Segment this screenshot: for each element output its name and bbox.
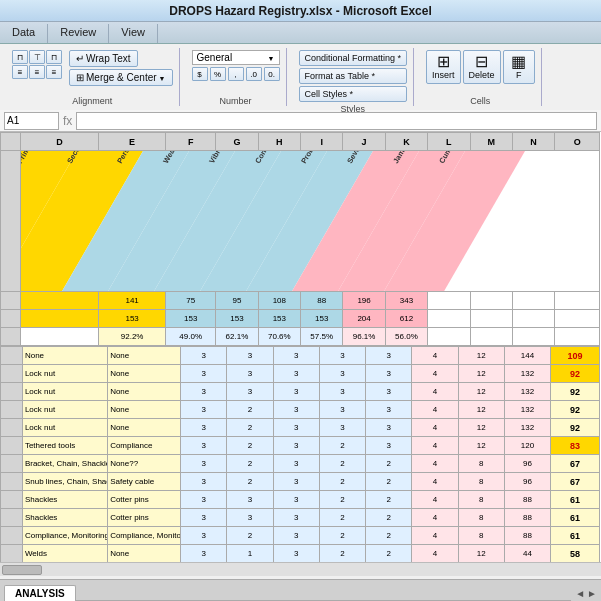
num-cell[interactable]: 2 — [319, 473, 365, 491]
num-cell[interactable]: 3 — [366, 419, 412, 437]
num-cell[interactable]: 2 — [227, 401, 273, 419]
stats2-val-5[interactable]: 204 — [343, 310, 385, 328]
num-cell[interactable]: 2 — [227, 455, 273, 473]
secondary-cell[interactable]: None — [108, 365, 181, 383]
severity-cell[interactable]: 12 — [458, 545, 504, 563]
num-cell[interactable]: 3 — [366, 401, 412, 419]
num-cell[interactable]: 2 — [227, 473, 273, 491]
num-cell[interactable]: 2 — [227, 527, 273, 545]
stats-val-75[interactable]: 75 — [166, 292, 216, 310]
pct-6[interactable]: 56.0% — [385, 328, 427, 346]
num-cell[interactable]: 3 — [227, 383, 273, 401]
number-format-arrow[interactable] — [268, 52, 275, 63]
severity-cell[interactable]: 8 — [458, 455, 504, 473]
num-cell[interactable]: 3 — [273, 455, 319, 473]
name-box[interactable] — [4, 112, 59, 130]
num-cell[interactable]: 2 — [366, 473, 412, 491]
indexed-cell[interactable]: 61 — [551, 527, 600, 545]
secondary-cell[interactable]: Cotter pins — [108, 509, 181, 527]
secondary-cell[interactable]: None — [108, 383, 181, 401]
cumulative-cell[interactable]: 132 — [504, 419, 550, 437]
severity-cell[interactable]: 4 — [412, 473, 458, 491]
num-cell[interactable]: 2 — [319, 437, 365, 455]
num-cell[interactable]: 3 — [273, 437, 319, 455]
primary-cell[interactable]: Lock nut — [22, 401, 107, 419]
increase-decimal-btn[interactable]: .0 — [246, 67, 262, 81]
num-cell[interactable]: 3 — [227, 491, 273, 509]
secondary-cell[interactable]: None — [108, 401, 181, 419]
severity-cell[interactable]: 8 — [458, 491, 504, 509]
indexed-cell[interactable]: 92 — [551, 383, 600, 401]
num-cell[interactable]: 3 — [273, 401, 319, 419]
num-cell[interactable]: 3 — [273, 509, 319, 527]
indexed-cell[interactable]: 109 — [551, 347, 600, 365]
severity-cell[interactable]: 4 — [412, 419, 458, 437]
stats-val-141[interactable]: 141 — [99, 292, 166, 310]
num-cell[interactable]: 2 — [319, 527, 365, 545]
severity-cell[interactable]: 4 — [412, 437, 458, 455]
num-cell[interactable]: 2 — [227, 419, 273, 437]
pct-3[interactable]: 70.6% — [258, 328, 300, 346]
secondary-cell[interactable]: Compliance — [108, 437, 181, 455]
align-middle-right-btn[interactable]: ≡ — [46, 65, 62, 79]
severity-cell[interactable]: 12 — [458, 383, 504, 401]
cumulative-cell[interactable]: 88 — [504, 509, 550, 527]
indexed-cell[interactable]: 83 — [551, 437, 600, 455]
tab-review[interactable]: Review — [48, 24, 109, 43]
delete-btn[interactable]: ⊟ Delete — [463, 50, 501, 84]
primary-cell[interactable]: Shackles — [22, 509, 107, 527]
merge-center-btn[interactable]: ⊞ Merge & Center — [69, 69, 173, 86]
num-cell[interactable]: 2 — [319, 545, 365, 563]
number-format-selector[interactable]: General — [192, 50, 280, 65]
cumulative-cell[interactable]: 88 — [504, 491, 550, 509]
num-cell[interactable]: 3 — [366, 437, 412, 455]
num-cell[interactable]: 3 — [181, 491, 227, 509]
num-cell[interactable]: 3 — [273, 419, 319, 437]
indexed-cell[interactable]: 67 — [551, 473, 600, 491]
num-cell[interactable]: 3 — [366, 347, 412, 365]
pct-0[interactable]: 92.2% — [99, 328, 166, 346]
severity-cell[interactable]: 4 — [412, 545, 458, 563]
align-top-right-btn[interactable]: ⊓ — [46, 50, 62, 64]
stats2-val-1[interactable]: 153 — [166, 310, 216, 328]
num-cell[interactable]: 3 — [181, 383, 227, 401]
num-cell[interactable]: 3 — [273, 545, 319, 563]
num-cell[interactable]: 2 — [366, 455, 412, 473]
indexed-cell[interactable]: 92 — [551, 401, 600, 419]
cumulative-cell[interactable]: 44 — [504, 545, 550, 563]
cumulative-cell[interactable]: 96 — [504, 455, 550, 473]
stats2-val-2[interactable]: 153 — [216, 310, 258, 328]
secondary-cell[interactable]: Compliance, Monitoring — [108, 527, 181, 545]
num-cell[interactable]: 2 — [366, 527, 412, 545]
secondary-cell[interactable]: None — [108, 347, 181, 365]
num-cell[interactable]: 3 — [319, 401, 365, 419]
stats-val-196[interactable]: 196 — [343, 292, 385, 310]
num-cell[interactable]: 3 — [319, 365, 365, 383]
secondary-cell[interactable]: None?? — [108, 455, 181, 473]
format-table-btn[interactable]: Format as Table * — [299, 68, 408, 84]
severity-cell[interactable]: 4 — [412, 455, 458, 473]
primary-cell[interactable]: None — [22, 347, 107, 365]
indexed-cell[interactable]: 61 — [551, 509, 600, 527]
tab-data[interactable]: Data — [0, 24, 48, 43]
num-cell[interactable]: 3 — [273, 473, 319, 491]
secondary-cell[interactable]: Cotter pins — [108, 491, 181, 509]
stats-val-95[interactable]: 95 — [216, 292, 258, 310]
num-cell[interactable]: 3 — [181, 527, 227, 545]
stats2-val-3[interactable]: 153 — [258, 310, 300, 328]
num-cell[interactable]: 3 — [227, 509, 273, 527]
severity-cell[interactable]: 4 — [412, 365, 458, 383]
severity-cell[interactable]: 12 — [458, 419, 504, 437]
num-cell[interactable]: 3 — [181, 365, 227, 383]
primary-cell[interactable]: Snub lines, Chain, Shackle — [22, 473, 107, 491]
pct-1[interactable]: 49.0% — [166, 328, 216, 346]
wrap-text-btn[interactable]: ↵ Wrap Text — [69, 50, 138, 67]
severity-cell[interactable]: 8 — [458, 527, 504, 545]
num-cell[interactable]: 3 — [181, 401, 227, 419]
cumulative-cell[interactable]: 132 — [504, 365, 550, 383]
scroll-left-icon[interactable]: ◄ — [575, 588, 585, 599]
cumulative-cell[interactable]: 144 — [504, 347, 550, 365]
sheet-tab-analysis[interactable]: ANALYSIS — [4, 585, 76, 601]
primary-cell[interactable]: Lock nut — [22, 383, 107, 401]
stats-val-88[interactable]: 88 — [301, 292, 343, 310]
